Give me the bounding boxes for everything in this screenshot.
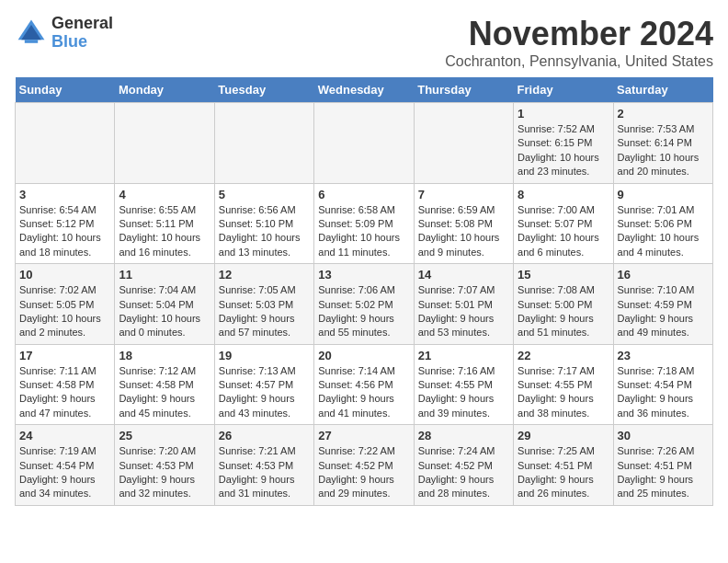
day-cell: 22Sunrise: 7:17 AM Sunset: 4:55 PM Dayli… (514, 344, 613, 425)
header-cell-sunday: Sunday (16, 77, 115, 103)
calendar-header: SundayMondayTuesdayWednesdayThursdayFrid… (16, 77, 713, 103)
day-info: Sunrise: 7:14 AM Sunset: 4:56 PM Dayligh… (318, 364, 409, 421)
day-info: Sunrise: 7:08 AM Sunset: 5:00 PM Dayligh… (518, 283, 609, 340)
day-info: Sunrise: 7:53 AM Sunset: 6:14 PM Dayligh… (618, 122, 709, 179)
day-info: Sunrise: 7:21 AM Sunset: 4:53 PM Dayligh… (219, 444, 310, 501)
day-cell: 27Sunrise: 7:22 AM Sunset: 4:52 PM Dayli… (314, 425, 414, 506)
header-cell-friday: Friday (514, 77, 613, 103)
day-cell: 4Sunrise: 6:55 AM Sunset: 5:11 PM Daylig… (115, 183, 214, 264)
day-number: 19 (219, 349, 310, 362)
day-info: Sunrise: 7:17 AM Sunset: 4:55 PM Dayligh… (518, 364, 609, 421)
day-number: 12 (219, 268, 310, 282)
day-cell: 17Sunrise: 7:11 AM Sunset: 4:58 PM Dayli… (16, 344, 115, 425)
day-cell (414, 103, 513, 184)
day-info: Sunrise: 7:06 AM Sunset: 5:02 PM Dayligh… (318, 283, 409, 340)
day-number: 2 (618, 107, 709, 121)
day-cell: 16Sunrise: 7:10 AM Sunset: 4:59 PM Dayli… (613, 264, 712, 345)
svg-rect-2 (25, 40, 38, 43)
day-info: Sunrise: 7:01 AM Sunset: 5:06 PM Dayligh… (618, 203, 709, 260)
day-number: 26 (219, 429, 310, 442)
header-row: SundayMondayTuesdayWednesdayThursdayFrid… (16, 77, 713, 103)
day-cell: 1Sunrise: 7:52 AM Sunset: 6:15 PM Daylig… (514, 103, 613, 184)
day-number: 29 (518, 429, 609, 442)
day-info: Sunrise: 7:52 AM Sunset: 6:15 PM Dayligh… (518, 122, 609, 179)
day-number: 24 (19, 429, 110, 442)
day-cell (115, 103, 214, 184)
day-cell: 3Sunrise: 6:54 AM Sunset: 5:12 PM Daylig… (16, 183, 115, 264)
day-cell: 15Sunrise: 7:08 AM Sunset: 5:00 PM Dayli… (514, 264, 613, 345)
day-number: 5 (219, 188, 310, 201)
day-number: 27 (318, 429, 409, 442)
header-cell-monday: Monday (115, 77, 214, 103)
day-cell: 23Sunrise: 7:18 AM Sunset: 4:54 PM Dayli… (613, 344, 712, 425)
day-info: Sunrise: 7:22 AM Sunset: 4:52 PM Dayligh… (318, 444, 409, 501)
day-info: Sunrise: 7:19 AM Sunset: 4:54 PM Dayligh… (19, 444, 110, 501)
logo-blue: Blue (51, 33, 113, 52)
logo-icon (15, 17, 48, 50)
day-info: Sunrise: 7:24 AM Sunset: 4:52 PM Dayligh… (418, 444, 509, 501)
day-info: Sunrise: 7:12 AM Sunset: 4:58 PM Dayligh… (119, 364, 210, 421)
day-info: Sunrise: 7:11 AM Sunset: 4:58 PM Dayligh… (19, 364, 110, 421)
day-number: 22 (518, 349, 609, 362)
week-row-5: 24Sunrise: 7:19 AM Sunset: 4:54 PM Dayli… (16, 425, 713, 506)
day-number: 7 (418, 188, 509, 201)
day-number: 1 (518, 107, 609, 121)
day-cell: 2Sunrise: 7:53 AM Sunset: 6:14 PM Daylig… (613, 103, 712, 184)
calendar-table: SundayMondayTuesdayWednesdayThursdayFrid… (15, 77, 713, 506)
day-number: 15 (518, 268, 609, 282)
day-number: 10 (19, 268, 110, 282)
week-row-2: 3Sunrise: 6:54 AM Sunset: 5:12 PM Daylig… (16, 183, 713, 264)
header-cell-thursday: Thursday (414, 77, 513, 103)
day-cell: 7Sunrise: 6:59 AM Sunset: 5:08 PM Daylig… (414, 183, 513, 264)
day-info: Sunrise: 7:10 AM Sunset: 4:59 PM Dayligh… (618, 283, 709, 340)
day-cell: 30Sunrise: 7:26 AM Sunset: 4:51 PM Dayli… (613, 425, 712, 506)
day-cell: 29Sunrise: 7:25 AM Sunset: 4:51 PM Dayli… (514, 425, 613, 506)
day-cell: 10Sunrise: 7:02 AM Sunset: 5:05 PM Dayli… (16, 264, 115, 345)
day-number: 6 (318, 188, 409, 201)
day-info: Sunrise: 7:26 AM Sunset: 4:51 PM Dayligh… (618, 444, 709, 501)
day-number: 21 (418, 349, 509, 362)
day-info: Sunrise: 7:18 AM Sunset: 4:54 PM Dayligh… (618, 364, 709, 421)
day-number: 17 (19, 349, 110, 362)
day-cell (16, 103, 115, 184)
day-number: 4 (119, 188, 210, 201)
day-number: 30 (618, 429, 709, 442)
day-cell: 26Sunrise: 7:21 AM Sunset: 4:53 PM Dayli… (214, 425, 313, 506)
day-number: 16 (618, 268, 709, 282)
day-info: Sunrise: 7:20 AM Sunset: 4:53 PM Dayligh… (119, 444, 210, 501)
day-cell: 19Sunrise: 7:13 AM Sunset: 4:57 PM Dayli… (214, 344, 313, 425)
header-cell-wednesday: Wednesday (314, 77, 414, 103)
week-row-4: 17Sunrise: 7:11 AM Sunset: 4:58 PM Dayli… (16, 344, 713, 425)
day-cell: 24Sunrise: 7:19 AM Sunset: 4:54 PM Dayli… (16, 425, 115, 506)
day-cell: 12Sunrise: 7:05 AM Sunset: 5:03 PM Dayli… (214, 264, 313, 345)
day-info: Sunrise: 7:05 AM Sunset: 5:03 PM Dayligh… (219, 283, 310, 340)
day-number: 18 (119, 349, 210, 362)
day-cell: 6Sunrise: 6:58 AM Sunset: 5:09 PM Daylig… (314, 183, 414, 264)
day-cell: 28Sunrise: 7:24 AM Sunset: 4:52 PM Dayli… (414, 425, 513, 506)
page-title: November 2024 (445, 15, 713, 53)
day-cell: 11Sunrise: 7:04 AM Sunset: 5:04 PM Dayli… (115, 264, 214, 345)
day-number: 8 (518, 188, 609, 201)
day-info: Sunrise: 7:25 AM Sunset: 4:51 PM Dayligh… (518, 444, 609, 501)
day-number: 20 (318, 349, 409, 362)
day-cell: 21Sunrise: 7:16 AM Sunset: 4:55 PM Dayli… (414, 344, 513, 425)
day-info: Sunrise: 7:00 AM Sunset: 5:07 PM Dayligh… (518, 203, 609, 260)
page-subtitle: Cochranton, Pennsylvania, United States (445, 53, 713, 70)
day-number: 28 (418, 429, 509, 442)
header-cell-saturday: Saturday (613, 77, 712, 103)
week-row-1: 1Sunrise: 7:52 AM Sunset: 6:15 PM Daylig… (16, 103, 713, 184)
day-cell: 18Sunrise: 7:12 AM Sunset: 4:58 PM Dayli… (115, 344, 214, 425)
day-number: 14 (418, 268, 509, 282)
day-cell: 14Sunrise: 7:07 AM Sunset: 5:01 PM Dayli… (414, 264, 513, 345)
day-info: Sunrise: 7:02 AM Sunset: 5:05 PM Dayligh… (19, 283, 110, 340)
day-info: Sunrise: 6:59 AM Sunset: 5:08 PM Dayligh… (418, 203, 509, 260)
day-info: Sunrise: 6:55 AM Sunset: 5:11 PM Dayligh… (119, 203, 210, 260)
day-info: Sunrise: 6:56 AM Sunset: 5:10 PM Dayligh… (219, 203, 310, 260)
day-info: Sunrise: 7:07 AM Sunset: 5:01 PM Dayligh… (418, 283, 509, 340)
day-cell: 9Sunrise: 7:01 AM Sunset: 5:06 PM Daylig… (613, 183, 712, 264)
logo: General Blue (15, 15, 113, 52)
day-info: Sunrise: 6:54 AM Sunset: 5:12 PM Dayligh… (19, 203, 110, 260)
page-header: General Blue November 2024 Cochranton, P… (15, 15, 713, 70)
day-cell: 5Sunrise: 6:56 AM Sunset: 5:10 PM Daylig… (214, 183, 313, 264)
day-number: 23 (618, 349, 709, 362)
